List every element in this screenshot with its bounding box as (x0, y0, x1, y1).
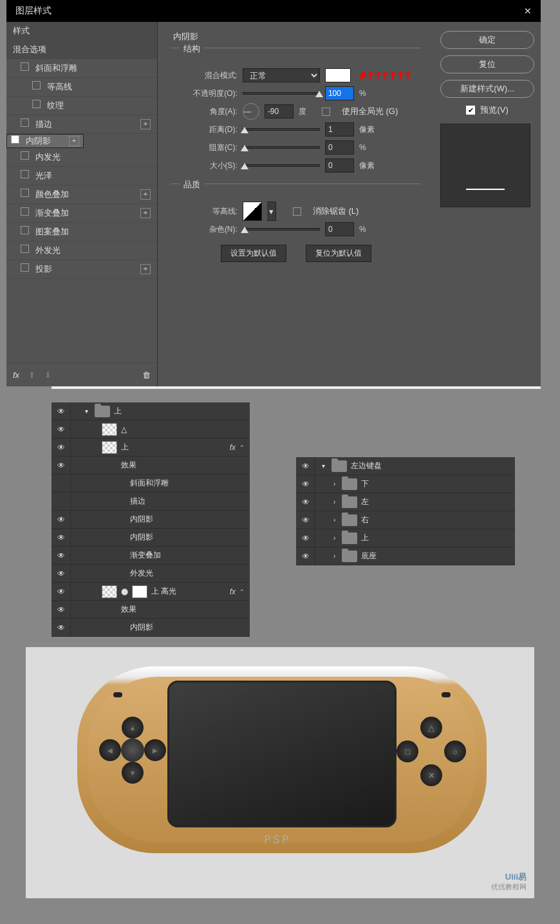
blend-mode-select[interactable]: 正常 (243, 68, 320, 82)
layer-row[interactable]: 👁▾左边键盘 (296, 457, 515, 475)
eye-icon[interactable]: 👁 (51, 420, 71, 438)
layer-row[interactable]: 👁›下 (296, 475, 515, 493)
layer-row[interactable]: 斜面和浮雕 (51, 475, 250, 493)
choke-slider[interactable] (243, 146, 320, 149)
distance-slider[interactable] (243, 128, 320, 131)
set-default-button[interactable]: 设置为默认值 (221, 245, 286, 262)
layer-row[interactable]: 👁›底座 (296, 547, 515, 565)
contour-picker[interactable] (243, 202, 262, 221)
eye-icon[interactable]: 👁 (51, 438, 71, 456)
eye-icon[interactable]: 👁 (51, 511, 71, 528)
angle-input[interactable] (265, 104, 294, 118)
effect-pattern-overlay[interactable]: 图案叠加 (6, 223, 157, 241)
layer-row[interactable]: 👁上fx⌃ (51, 438, 250, 457)
layer-row[interactable]: 👁内阴影 (51, 511, 250, 529)
size-slider[interactable] (243, 164, 320, 167)
effect-outer-glow[interactable]: 外发光 (6, 241, 157, 260)
layer-row[interactable]: 👁›右 (296, 511, 515, 529)
hex-annotation: #ffffff (360, 70, 412, 82)
layer-row[interactable]: 👁效果 (51, 601, 250, 619)
eye-icon[interactable]: 👁 (296, 457, 315, 475)
effect-contour[interactable]: 等高线 (6, 78, 157, 97)
layer-row[interactable]: 👁渐变叠加 (51, 547, 250, 565)
styles-header[interactable]: 样式 (6, 22, 157, 41)
folder-icon (342, 478, 357, 490)
layer-row[interactable]: 👁⬤上 高光fx⌃ (51, 583, 250, 601)
eye-icon[interactable]: 👁 (51, 565, 71, 582)
layer-row[interactable]: 👁效果 (51, 457, 250, 475)
layer-row[interactable]: 描边 (51, 493, 250, 511)
effect-texture[interactable]: 纹理 (6, 97, 157, 115)
action-buttons: △ ✕ □ ○ (398, 718, 465, 785)
layer-row[interactable]: 👁内阴影 (51, 529, 250, 547)
opacity-slider[interactable] (243, 92, 320, 95)
eye-icon[interactable]: 👁 (51, 457, 71, 474)
eye-icon[interactable]: 👁 (296, 547, 315, 565)
add-icon[interactable]: + (140, 119, 151, 129)
choke-input[interactable] (325, 140, 354, 155)
close-icon[interactable]: ✕ (524, 6, 532, 16)
layer-row[interactable]: 👁›左 (296, 493, 515, 511)
layer-row[interactable]: 👁内阴影 (51, 619, 250, 637)
effect-satin[interactable]: 光泽 (6, 167, 157, 185)
size-input[interactable] (325, 158, 354, 173)
structure-section: 结构 (180, 43, 204, 55)
effect-inner-shadow[interactable]: 内阴影+ (6, 134, 84, 148)
watermark: Uiii易 优优教程网 (491, 871, 527, 892)
cancel-button[interactable]: 复位 (440, 55, 534, 73)
layer-row[interactable]: 👁›上 (296, 529, 515, 547)
noise-slider[interactable] (243, 228, 320, 231)
psp-device: ▲ ▼ ◀ ▶ △ ✕ □ ○ PSP (77, 666, 487, 853)
reset-default-button[interactable]: 复位为默认值 (306, 245, 371, 262)
chevron-down-icon[interactable]: ▾ (267, 202, 276, 221)
noise-input[interactable] (325, 222, 354, 236)
folder-icon (342, 514, 357, 526)
layers-panel-1: 👁▾上 👁△ 👁上fx⌃ 👁效果 斜面和浮雕 描边 👁内阴影 👁内阴影 👁渐变叠… (51, 402, 250, 637)
dialog-title: 图层样式 (15, 5, 51, 17)
arrow-down-icon[interactable]: ⬇ (44, 370, 51, 380)
effect-stroke[interactable]: 描边+ (6, 115, 157, 134)
effect-drop-shadow[interactable]: 投影+ (6, 260, 157, 279)
effect-gradient-overlay[interactable]: 渐变叠加+ (6, 204, 157, 223)
eye-icon[interactable]: 👁 (51, 601, 71, 618)
eye-icon[interactable]: 👁 (296, 493, 315, 511)
effect-color-overlay[interactable]: 颜色叠加+ (6, 185, 157, 204)
new-style-button[interactable]: 新建样式(W)... (440, 80, 534, 98)
blend-options[interactable]: 混合选项 (6, 41, 157, 59)
folder-icon (331, 460, 347, 472)
eye-icon[interactable]: 👁 (51, 619, 71, 636)
antialias-checkbox[interactable] (293, 207, 301, 216)
dpad-right: ▶ (144, 739, 166, 761)
eye-icon[interactable]: 👁 (51, 583, 71, 600)
eye-icon[interactable] (51, 475, 71, 492)
eye-icon[interactable]: 👁 (296, 475, 315, 493)
distance-input[interactable] (325, 122, 354, 137)
layer-row[interactable]: 👁△ (51, 420, 250, 438)
add-icon[interactable]: + (140, 264, 151, 274)
arrow-up-icon[interactable]: ⬆ (28, 370, 35, 380)
eye-icon[interactable]: 👁 (296, 529, 315, 547)
angle-dial[interactable] (243, 103, 259, 120)
add-icon[interactable]: + (69, 136, 79, 146)
eye-icon[interactable]: 👁 (296, 511, 315, 529)
layer-row[interactable]: 👁▾上 (51, 402, 250, 420)
color-swatch[interactable] (325, 68, 351, 82)
effect-bevel[interactable]: 斜面和浮雕 (6, 59, 157, 78)
add-icon[interactable]: + (140, 208, 151, 218)
trash-icon[interactable]: 🗑 (142, 370, 151, 380)
eye-icon[interactable] (51, 493, 71, 510)
eye-icon[interactable]: 👁 (51, 402, 71, 420)
folder-icon (342, 551, 357, 562)
fx-menu-icon[interactable]: fx (13, 370, 19, 380)
eye-icon[interactable]: 👁 (51, 529, 71, 546)
ok-button[interactable]: 确定 (440, 31, 534, 49)
effect-inner-glow[interactable]: 内发光 (6, 148, 157, 167)
eye-icon[interactable]: 👁 (51, 547, 71, 564)
layer-thumbnail (102, 585, 117, 598)
preview-checkbox[interactable]: ✔ (466, 106, 475, 115)
add-icon[interactable]: + (140, 189, 151, 200)
layer-thumbnail (102, 441, 117, 454)
global-light-checkbox[interactable] (322, 108, 330, 116)
layer-row[interactable]: 👁外发光 (51, 565, 250, 583)
opacity-input[interactable] (325, 86, 354, 100)
